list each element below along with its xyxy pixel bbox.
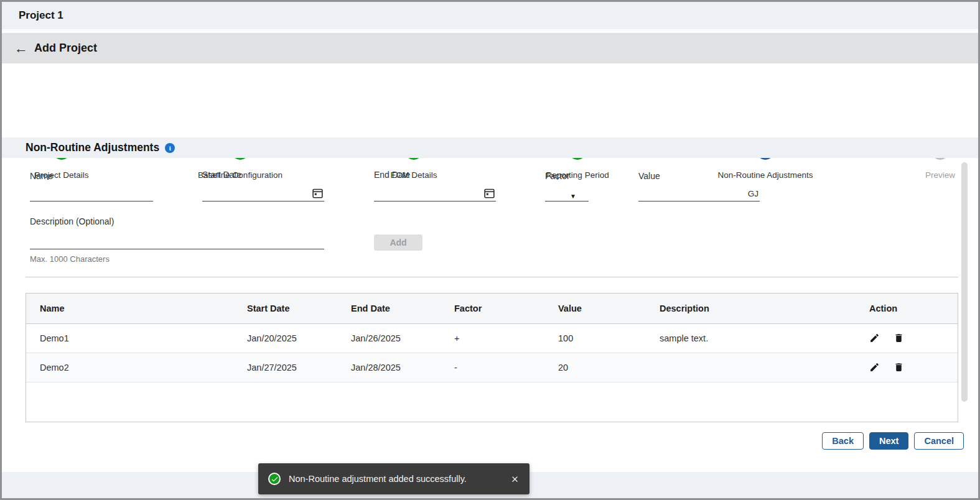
end-date-label: End Date [374,170,496,180]
col-header-end-date: End Date [337,294,441,323]
col-header-value: Value [544,294,646,323]
cancel-button[interactable]: Cancel [914,432,964,450]
wizard-footer: Back Next Cancel [822,432,964,450]
factor-field-group: Factor ▼ [545,171,589,201]
start-date-field-group: Start Date [202,170,324,201]
description-field-group: Description (Optional) Max. 1000 Charact… [30,216,324,264]
back-button[interactable]: Back [822,432,864,450]
form-divider [26,277,958,277]
name-input[interactable] [30,185,153,201]
success-toast: Non-Routine adjustment added successfull… [258,463,530,494]
page-title: Add Project [34,42,97,55]
chevron-down-icon[interactable]: ▼ [570,197,577,201]
table-row: Demo2 Jan/27/2025 Jan/28/2025 - 20 [26,353,958,382]
edit-icon[interactable] [869,362,880,373]
end-date-field-group: End Date [374,170,496,201]
table-header-row: Name Start Date End Date Factor Value De… [26,294,958,323]
cell-start-date: Jan/27/2025 [233,353,337,382]
start-date-label: Start Date [202,170,324,180]
cell-description [646,353,856,382]
cell-factor: + [441,323,544,353]
close-icon[interactable] [510,475,520,484]
factor-label: Factor [545,171,589,181]
start-date-input[interactable] [202,185,312,201]
back-arrow-icon[interactable]: ← [14,42,28,55]
name-label: Name [30,171,153,181]
step-label: Preview [925,170,955,180]
end-date-input[interactable] [374,185,484,201]
col-header-name: Name [26,294,233,323]
description-input[interactable] [30,233,324,249]
calendar-icon[interactable] [312,188,324,201]
value-label: Value [638,171,760,181]
add-button[interactable]: Add [374,234,422,251]
cell-name: Demo1 [26,323,233,353]
name-field-group: Name [30,171,153,201]
col-header-action: Action [856,294,958,323]
info-icon[interactable]: i [165,143,175,153]
factor-input[interactable] [545,185,570,201]
edit-icon[interactable] [869,333,880,343]
adjustments-table: Name Start Date End Date Factor Value De… [26,293,958,422]
page-header: ← Add Project [2,33,978,63]
cell-factor: - [441,353,544,382]
value-unit: GJ [748,189,760,201]
project-title: Project 1 [19,9,63,22]
section-title: Non-Routine Adjustments [26,141,159,154]
description-label: Description (Optional) [30,216,324,226]
section-header: Non-Routine Adjustments i [2,137,978,158]
value-input[interactable] [638,185,748,201]
col-header-description: Description [646,294,856,323]
col-header-start-date: Start Date [233,294,337,323]
description-hint: Max. 1000 Characters [30,254,324,264]
project-titlebar: Project 1 [2,2,978,31]
col-header-factor: Factor [441,294,544,323]
calendar-icon[interactable] [484,188,496,201]
factor-select[interactable]: ▼ [545,185,589,201]
cell-start-date: Jan/20/2025 [233,323,337,353]
cell-name: Demo2 [26,353,233,382]
app-window: Project 1 ← Add Project Project Details … [0,0,980,500]
delete-icon[interactable] [894,362,904,373]
cell-end-date: Jan/28/2025 [337,353,441,382]
cell-description: sample text. [646,323,856,353]
cell-end-date: Jan/26/2025 [337,323,441,353]
table-row: Demo1 Jan/20/2025 Jan/26/2025 + 100 samp… [26,323,958,353]
cell-value: 20 [544,353,646,382]
vertical-scrollbar[interactable] [961,162,968,402]
wizard-stepper: Project Details Baseline Configuration E… [2,63,978,135]
cell-value: 100 [544,323,646,353]
next-button[interactable]: Next [869,432,908,450]
value-field-group: Value GJ [638,171,760,201]
success-check-icon [268,473,281,485]
delete-icon[interactable] [894,333,904,343]
toast-message: Non-Routine adjustment added successfull… [289,474,467,484]
